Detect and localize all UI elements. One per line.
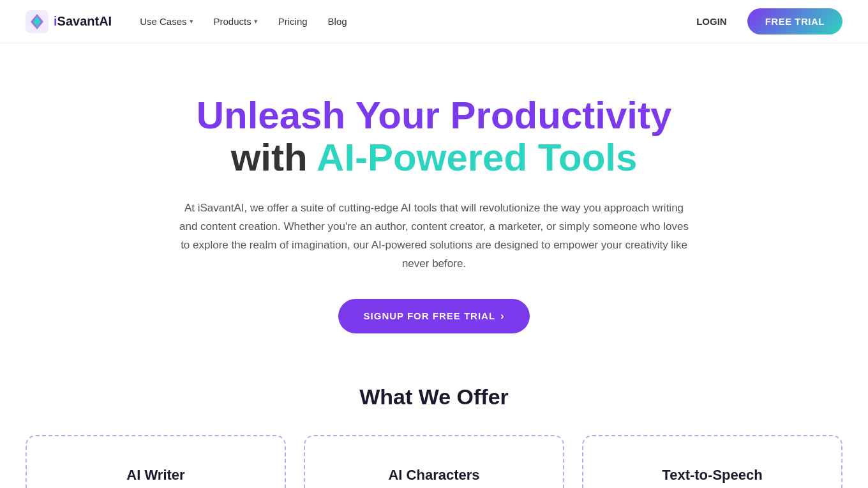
ai-characters-card: AI Characters Dive into conversations wi… bbox=[304, 435, 564, 488]
free-trial-nav-button[interactable]: FREE TRIAL bbox=[747, 8, 842, 34]
ai-writer-title: AI Writer bbox=[47, 467, 264, 484]
text-to-speech-card: Text-to-Speech Our text-to-speech techno… bbox=[582, 435, 842, 488]
hero-title-part2: with bbox=[231, 136, 317, 179]
chevron-down-icon: ▾ bbox=[254, 17, 258, 26]
signup-button[interactable]: SIGNUP FOR FREE TRIAL › bbox=[338, 299, 530, 333]
section-title: What We Offer bbox=[26, 385, 842, 409]
cards-grid: AI Writer Our AI writer is here to spark… bbox=[26, 435, 842, 488]
nav-left: iSavantAI Use Cases ▾ Products ▾ Pricing… bbox=[26, 10, 355, 33]
ai-characters-title: AI Characters bbox=[326, 467, 542, 484]
ai-writer-card: AI Writer Our AI writer is here to spark… bbox=[26, 435, 286, 488]
nav-blog[interactable]: Blog bbox=[320, 11, 355, 32]
nav-use-cases[interactable]: Use Cases ▾ bbox=[132, 11, 200, 32]
arrow-icon: › bbox=[500, 310, 504, 322]
what-we-offer-section: What We Offer AI Writer Our AI writer is… bbox=[0, 372, 868, 488]
login-button[interactable]: LOGIN bbox=[686, 11, 737, 32]
nav-links: Use Cases ▾ Products ▾ Pricing Blog bbox=[132, 11, 354, 32]
nav-right: LOGIN FREE TRIAL bbox=[686, 8, 842, 34]
logo-icon bbox=[26, 10, 49, 33]
logo-text: iSavantAI bbox=[54, 14, 112, 29]
navbar: iSavantAI Use Cases ▾ Products ▾ Pricing… bbox=[0, 0, 868, 43]
hero-title-part1: Unleash Your Productivity bbox=[197, 94, 672, 137]
nav-products[interactable]: Products ▾ bbox=[206, 11, 266, 32]
hero-title-part3: AI-Powered Tools bbox=[317, 136, 637, 179]
text-to-speech-title: Text-to-Speech bbox=[604, 467, 821, 484]
chevron-down-icon: ▾ bbox=[190, 17, 193, 26]
hero-section: Unleash Your Productivity with AI-Powere… bbox=[147, 43, 721, 372]
logo[interactable]: iSavantAI bbox=[26, 10, 112, 33]
hero-title: Unleash Your Productivity with AI-Powere… bbox=[172, 95, 696, 179]
nav-pricing[interactable]: Pricing bbox=[271, 11, 315, 32]
hero-description: At iSavantAI, we offer a suite of cuttin… bbox=[179, 199, 689, 273]
